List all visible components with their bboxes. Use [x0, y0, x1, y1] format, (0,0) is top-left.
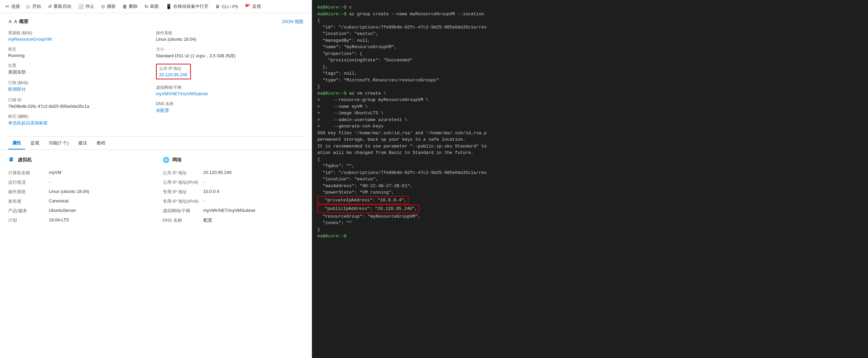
table-row: 计算机名称 myVM	[8, 168, 149, 178]
vm-group-label: 虚拟机	[18, 157, 32, 163]
vm-group-header: 🖥 虚拟机	[8, 157, 149, 163]
tab-monitor[interactable]: 监视	[26, 137, 43, 150]
overview-right-col: 操作系统 Linux (ubuntu 18.04) 大小 Standard DS…	[156, 30, 304, 131]
terminal-line: > --generate-ssh-keys	[317, 123, 863, 130]
vm-prop-group: 🖥 虚拟机 计算机名称 myVM 运行状况 - 操作系统 Linux (ubun…	[8, 157, 149, 225]
delete-button[interactable]: 🗑 删除	[122, 3, 138, 9]
left-panel: ✂ 连接 ▷ 开始 ↺ 重新启动 ⬜ 停止 ⊙ 捕获 🗑 删除 ↻ 刷新 📱	[0, 0, 312, 358]
mobile-open-button[interactable]: 📱 在移动设备中打开	[166, 3, 209, 9]
vnet-link[interactable]: myVMVNET/myVMSubnet	[156, 91, 304, 96]
location-value: 美国东部	[8, 69, 156, 75]
table-row: 专用 IP 地址 10.0.0.4	[163, 187, 304, 197]
terminal-line: "provisioningState": "Succeeded"	[317, 57, 863, 64]
overview-grid: 资源组 (移动) myResourceGroupVM 状态 Running 位置…	[8, 30, 303, 131]
terminal-line: {	[317, 156, 863, 163]
subscription-id-value: 7fe09b4b-02fc-47c2-9d25-905e0da35c1a	[8, 104, 156, 109]
refresh-icon: ↻	[144, 4, 149, 9]
terminal-line: ma@Azure:~$	[317, 233, 863, 240]
toolbar: ✂ 连接 ▷ 开始 ↺ 重新启动 ⬜ 停止 ⊙ 捕获 🗑 删除 ↻ 刷新 📱	[0, 0, 312, 13]
resource-group-item: 资源组 (移动) myResourceGroupVM	[8, 30, 156, 42]
properties-section: 🖥 虚拟机 计算机名称 myVM 运行状况 - 操作系统 Linux (ubun…	[0, 150, 312, 358]
tags-item: 标记 (编辑) 单击此处以添加标签	[8, 114, 156, 126]
terminal-line: "publicIpAddress": "20.120.95.240",	[317, 204, 863, 213]
terminal-line: "id": "/subscriptions/7fe09b4b-02fc-47c2…	[317, 24, 863, 31]
terminal-line: }	[317, 83, 863, 90]
overview-title: ∧ ∧ 概要	[8, 19, 28, 25]
dns-link[interactable]: 未配置	[156, 107, 304, 114]
terminal-line: permanent storage, back up your keys to …	[317, 136, 863, 143]
table-row: 发布者 Canonical	[8, 197, 149, 206]
terminal-prompt: ma@Azure:~$	[317, 234, 349, 239]
resource-group-link[interactable]: myResourceGroupVM	[8, 37, 156, 42]
feedback-button[interactable]: 🚩 反馈	[245, 3, 261, 9]
table-row: 公用 IP 地址(IPv6) -	[163, 178, 304, 187]
refresh-button[interactable]: ↻ 刷新	[144, 3, 159, 9]
tab-features[interactable]: 功能(7 个)	[45, 137, 73, 150]
terminal-line: "location": "eastus",	[317, 31, 863, 37]
terminal-line: "id": "/subscriptions/7fe09b4b-02fc-47c2…	[317, 170, 863, 176]
terminal-line: ma@Azure:~$ az group create --name myRes…	[317, 11, 863, 18]
table-row: 产品/服务 UbuntuServer	[8, 206, 149, 216]
table-row: 专用 IP 地址(IPv6) -	[163, 197, 304, 206]
vm-icon: 🖥	[8, 157, 15, 163]
table-row: 虚拟网络/子网 myVMVNET/myVMSubnet	[163, 206, 304, 216]
delete-icon: 🗑	[122, 4, 127, 9]
size-item: 大小 Standard DS1 v2 (1 vcpu，3.5 GiB 内存)	[156, 46, 304, 59]
terminal-highlight-box: "publicIpAddress": "20.120.95.240",	[317, 204, 419, 213]
terminal-line: },	[317, 64, 863, 71]
terminal-line: "privateIpAddress": "10.0.0.4",	[317, 196, 863, 205]
mobile-icon: 📱	[166, 4, 172, 9]
network-icon: 🌐	[163, 157, 170, 163]
table-row: 公共 IP 地址 20.120.95.240	[163, 168, 304, 178]
network-prop-table: 公共 IP 地址 20.120.95.240 公用 IP 地址(IPv6) - …	[163, 168, 304, 225]
capture-button[interactable]: ⊙ 捕获	[101, 3, 116, 9]
vnet-subnet-link[interactable]: myVMVNET/myVMSubnet	[203, 206, 304, 216]
subscription-link[interactable]: 即用即付	[8, 86, 156, 93]
overview-header: ∧ ∧ 概要 JSON 视图	[8, 19, 303, 25]
table-row: DNS 名称 配置	[163, 216, 304, 225]
vnet-item: 虚拟网络/子网 myVMVNET/myVMSubnet	[156, 85, 304, 96]
tab-recommendations[interactable]: 建议	[74, 137, 91, 150]
terminal-line: "resourceGroup": "myResourceGroupVM",	[317, 213, 863, 220]
terminal-prompt: ma@Azure:~$	[317, 12, 349, 17]
table-row: 操作系统 Linux (ubuntu 18.04)	[8, 187, 149, 197]
terminal-prompt: ma@Azure:~$	[317, 5, 349, 10]
stop-button[interactable]: ⬜ 停止	[78, 3, 94, 9]
table-row: 计划 18.04-LTS	[8, 216, 149, 225]
restart-button[interactable]: ↺ 重新启动	[48, 3, 71, 9]
start-button[interactable]: ▷ 开始	[27, 3, 41, 9]
network-public-ip-link[interactable]: 20.120.95.240	[203, 168, 304, 178]
terminal-line: > --image UbuntuLTS \	[317, 110, 863, 117]
stop-icon: ⬜	[78, 4, 84, 9]
connect-icon: ✂	[5, 4, 9, 9]
terminal-line: "tags": null,	[317, 70, 863, 77]
dns-item: DNS 名称 未配置	[156, 101, 304, 114]
terminal-line: "zones": ""	[317, 220, 863, 226]
tags-link[interactable]: 单击此处以添加标签	[8, 120, 156, 126]
status-item: 状态 Running	[8, 46, 156, 58]
subscription-item: 订阅 (移动) 即用即付	[8, 80, 156, 93]
terminal-line: }	[317, 226, 863, 233]
os-item: 操作系统 Linux (ubuntu 18.04)	[156, 30, 304, 42]
terminal-line: > --resource-group myResourceGroupVM \	[317, 97, 863, 103]
tabs-bar: 属性 监视 功能(7 个) 建议 教程	[0, 137, 312, 150]
public-ip-item: 公共 IP 地址 20.120.95.240	[156, 64, 304, 80]
network-group-header: 🌐 网络	[163, 157, 304, 163]
terminal-line: > --admin-username azuretest \	[317, 117, 863, 123]
dns-configure-link[interactable]: 配置	[203, 216, 304, 225]
public-ip-highlight: 公共 IP 地址 20.120.95.240	[156, 64, 191, 79]
subscription-id-item: 订阅 ID 7fe09b4b-02fc-47c2-9d25-905e0da35c…	[8, 97, 156, 109]
terminal-line: "macAddress": "00-22-48-27-2B-E1",	[317, 183, 863, 190]
chevron-icon: ∧	[8, 19, 14, 24]
terminal-line: "managedBy": null,	[317, 37, 863, 44]
restart-icon: ↺	[48, 4, 52, 9]
tab-properties[interactable]: 属性	[8, 137, 25, 150]
table-row: 运行状况 -	[8, 178, 149, 187]
tab-tutorials[interactable]: 教程	[93, 137, 110, 150]
cli-ps-button[interactable]: 🖥 CLI / PS	[215, 4, 238, 9]
connect-button[interactable]: ✂ 连接	[5, 3, 20, 9]
json-view-link[interactable]: JSON 视图	[282, 19, 303, 25]
public-ip-link[interactable]: 20.120.95.240	[159, 72, 188, 77]
terminal-line: SSH key files '/home/ma/.ssh/id_rsa' and…	[317, 130, 863, 137]
feedback-icon: 🚩	[245, 4, 251, 9]
